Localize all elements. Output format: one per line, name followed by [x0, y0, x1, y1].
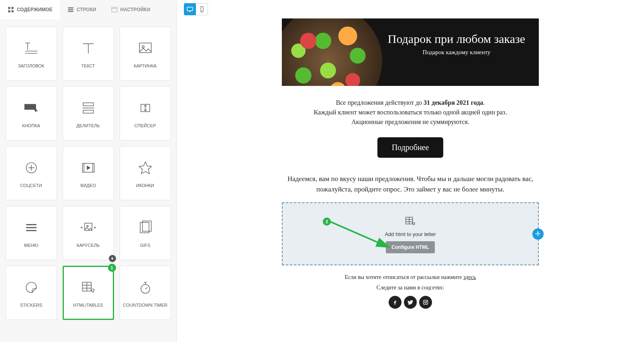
canvas-area: Подарок при любом заказе Подарок каждому… [177, 0, 644, 342]
svg-point-31 [141, 285, 150, 293]
svg-rect-2 [8, 10, 10, 12]
facebook-icon[interactable] [389, 296, 401, 309]
topbar [177, 0, 644, 18]
rows-icon [67, 6, 74, 13]
sidebar-panel: СОДЕРЖИМОЕ СТРОКИ НАСТРОЙКИ ЗАГОЛОВОК ТЕ… [0, 0, 177, 342]
divider-icon [79, 99, 97, 117]
tile-countdown[interactable]: COUNTDOWN TIMER [120, 266, 171, 320]
svg-rect-32 [187, 7, 193, 11]
countdown-icon [137, 279, 154, 296]
svg-rect-4 [68, 7, 73, 8]
image-icon [137, 39, 154, 57]
survey-text: Надеемся, вам по вкусу наши предложения.… [282, 166, 539, 202]
hero-banner: Подарок при любом заказе Подарок каждому… [282, 18, 539, 86]
tile-heading[interactable]: ЗАГОЛОВОК [6, 26, 57, 81]
tile-social[interactable]: СОЦСЕТИ [6, 146, 57, 200]
tile-divider[interactable]: ДЕЛИТЕЛЬ [63, 86, 114, 140]
button-icon [22, 99, 40, 117]
text-icon [79, 39, 97, 57]
bolt-icon [109, 255, 116, 262]
cta-button[interactable]: Подробнее [377, 137, 444, 158]
tabs-bar: СОДЕРЖИМОЕ СТРОКИ НАСТРОЙКИ [0, 0, 176, 19]
tile-countdown-label: COUNTDOWN TIMER [123, 302, 167, 308]
svg-point-43 [427, 301, 428, 301]
tile-gifs-label: GIFS [140, 242, 151, 248]
tab-content[interactable]: СОДЕРЖИМОЕ [0, 0, 60, 19]
svg-rect-1 [12, 7, 14, 9]
tile-spacer[interactable]: СПЕЙСЕР [120, 86, 171, 140]
tile-video-label: ВИДЕО [80, 183, 96, 188]
svg-rect-3 [12, 10, 14, 12]
tile-stickers[interactable]: STICKERS [6, 266, 57, 320]
tab-settings-label: НАСТРОЙКИ [120, 7, 150, 12]
html-drop-zone[interactable]: 2 Add html to your letter Configure HTML [282, 202, 539, 265]
tile-stickers-label: STICKERS [20, 302, 42, 308]
grid-icon [7, 6, 14, 13]
marker-2-badge: 2 [323, 218, 331, 226]
tab-content-label: СОДЕРЖИМОЕ [17, 7, 53, 12]
tile-html-label: HTML/TABLES [73, 302, 103, 308]
email-footer: Если вы хотите отписаться от рассылки на… [282, 265, 539, 313]
unsub-link[interactable]: здесь [463, 274, 476, 280]
unsub-line: Если вы хотите отписаться от рассылки на… [286, 274, 535, 281]
svg-rect-0 [8, 7, 10, 9]
tile-social-label: СОЦСЕТИ [20, 183, 42, 188]
tile-html-tables[interactable]: 1 HTML/TABLES [63, 266, 114, 320]
tile-image[interactable]: КАРТИНКА [120, 26, 171, 81]
desktop-view-button[interactable] [184, 3, 196, 15]
tile-carousel[interactable]: КАРУСЕЛЬ [63, 206, 114, 260]
promo-section: Все предложения действуют до 31 декабря … [282, 86, 539, 166]
heading-icon [22, 39, 40, 57]
svg-rect-9 [139, 43, 151, 53]
settings-icon [111, 6, 118, 13]
tab-rows[interactable]: СТРОКИ [60, 0, 104, 19]
svg-point-10 [142, 46, 144, 48]
twitter-icon[interactable] [404, 296, 417, 309]
marker-1-badge: 1 [108, 264, 116, 272]
tile-menu[interactable]: МЕНЮ [6, 206, 57, 260]
gifs-icon [137, 219, 154, 236]
mobile-view-button[interactable] [196, 3, 208, 15]
content-grid: ЗАГОЛОВОК ТЕКСТ КАРТИНКА КНОПКА ДЕЛИТЕЛЬ… [0, 19, 176, 342]
social-icons [286, 296, 535, 309]
svg-rect-12 [83, 103, 94, 106]
tile-button-label: КНОПКА [22, 123, 40, 128]
html-tables-icon [404, 214, 417, 228]
configure-html-button[interactable]: Configure HTML [386, 241, 434, 253]
move-handle[interactable] [532, 228, 544, 240]
tile-video[interactable]: ВИДЕО [63, 146, 114, 200]
svg-rect-7 [112, 7, 117, 12]
promo-line1: Все предложения действуют до 31 декабря … [294, 98, 527, 108]
tile-text[interactable]: ТЕКСТ [63, 26, 114, 81]
tile-icons[interactable]: ИКОНКИ [120, 146, 171, 200]
social-plus-icon [22, 159, 40, 177]
tile-gifs[interactable]: GIFS [120, 206, 171, 260]
svg-rect-5 [68, 9, 73, 10]
stickers-icon [22, 279, 40, 296]
email-body: Подарок при любом заказе Подарок каждому… [282, 18, 539, 334]
carousel-icon [79, 219, 97, 236]
hero-subtitle: Подарок каждому клиенту [382, 49, 531, 56]
tile-icons-label: ИКОНКИ [136, 183, 154, 188]
svg-point-24 [87, 226, 88, 227]
star-icon [137, 159, 154, 177]
svg-point-35 [202, 11, 202, 12]
tile-spacer-label: СПЕЙСЕР [135, 123, 156, 128]
tile-carousel-label: КАРУСЕЛЬ [77, 242, 100, 248]
hero-title: Подарок при любом заказе [382, 32, 531, 46]
tile-button[interactable]: КНОПКА [6, 86, 57, 140]
follow-text: Следите за нами в соцсетях: [286, 285, 535, 291]
svg-rect-14 [83, 110, 94, 113]
email-preview: Подарок при любом заказе Подарок каждому… [177, 18, 644, 342]
tile-image-label: КАРТИНКА [134, 63, 157, 69]
tile-text-label: ТЕКСТ [81, 63, 95, 69]
menu-icon [22, 219, 40, 236]
html-tables-icon [79, 279, 97, 296]
tile-menu-label: МЕНЮ [24, 242, 39, 248]
tab-settings[interactable]: НАСТРОЙКИ [104, 0, 157, 19]
svg-rect-6 [68, 11, 73, 12]
promo-line2: Каждый клиент может воспользоваться толь… [294, 108, 527, 117]
instagram-icon[interactable] [419, 296, 432, 309]
hero-image [282, 18, 382, 86]
dropzone-text: Add html to your letter [291, 231, 530, 237]
